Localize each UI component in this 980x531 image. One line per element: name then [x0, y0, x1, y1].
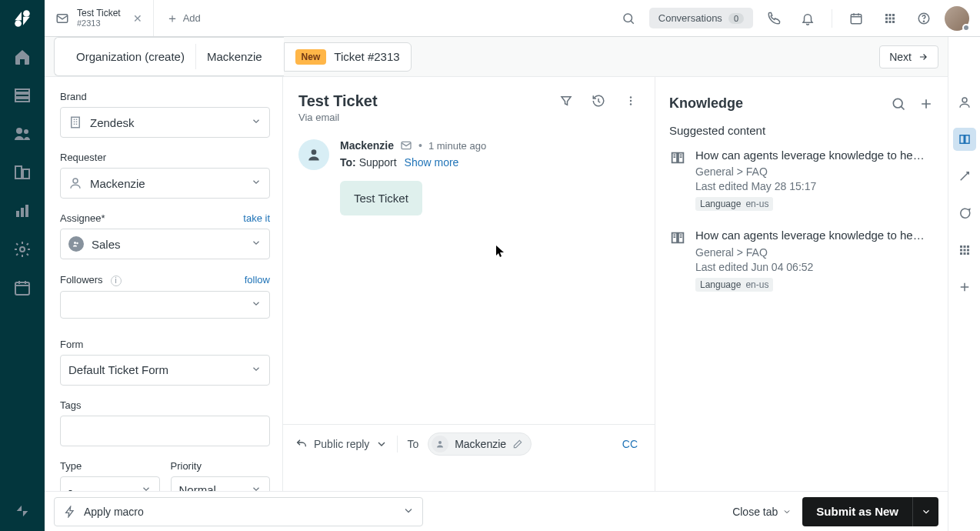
reply-type-select[interactable]: Public reply	[295, 438, 388, 450]
close-tab-button[interactable]: Close tab	[732, 506, 792, 518]
user-icon	[68, 176, 82, 190]
message-to-value: Support	[359, 156, 397, 169]
chevron-down-icon	[251, 177, 262, 190]
svg-point-0	[15, 20, 22, 27]
knowledge-article[interactable]: How can agents leverage knowledge to hel…	[669, 148, 934, 211]
chevron-down-icon	[251, 238, 262, 251]
take-it-link[interactable]: take it	[243, 212, 270, 224]
follow-link[interactable]: follow	[245, 274, 270, 286]
knowledge-article[interactable]: How can agents leverage knowledge to hel…	[669, 228, 934, 291]
phone-icon[interactable]	[761, 5, 787, 32]
language-value: en-us	[745, 279, 768, 290]
assignee-select[interactable]: Sales	[60, 229, 270, 259]
article-icon	[669, 149, 686, 166]
context-user-icon[interactable]	[953, 91, 976, 114]
help-icon[interactable]	[911, 5, 937, 32]
svg-rect-9	[16, 211, 19, 217]
svg-point-47	[438, 441, 442, 444]
svg-point-41	[76, 242, 78, 245]
followers-select[interactable]	[60, 291, 270, 319]
ticket-fields-sidebar: Brand Zendesk Requester Mackenzie Assign…	[45, 77, 283, 531]
message-author[interactable]: Mackenzie	[340, 139, 394, 152]
assignee-value: Sales	[92, 238, 262, 251]
knowledge-panel: Knowledge Suggested content How can agen…	[655, 77, 948, 531]
nav-reporting-icon[interactable]	[13, 202, 32, 220]
info-icon[interactable]: i	[111, 276, 122, 286]
article-edited: Last edited Jun 04 06:52	[695, 261, 926, 273]
context-add-icon[interactable]	[953, 276, 976, 299]
svg-rect-21	[889, 17, 892, 19]
left-nav-rail	[0, 0, 45, 531]
message-time: 1 minute ago	[428, 140, 486, 152]
submit-caret-button[interactable]	[912, 497, 938, 526]
user-icon	[432, 436, 448, 453]
workspace-tab[interactable]: Test Ticket #2313 ✕	[45, 0, 154, 36]
profile-avatar[interactable]	[945, 6, 969, 31]
breadcrumb-requester[interactable]: Mackenzie	[196, 44, 273, 69]
requester-value: Mackenzie	[90, 177, 262, 190]
search-button[interactable]	[615, 5, 642, 32]
nav-organizations-icon[interactable]	[13, 163, 32, 182]
message-body: Test Ticket	[340, 181, 422, 215]
svg-rect-35	[960, 252, 962, 255]
show-more-link[interactable]: Show more	[405, 156, 459, 169]
separator-dot: •	[418, 139, 422, 152]
nav-views-icon[interactable]	[13, 86, 32, 105]
svg-point-42	[630, 96, 632, 98]
nav-zendesk-products-icon[interactable]	[14, 503, 31, 531]
knowledge-search-icon[interactable]	[891, 96, 906, 112]
next-button[interactable]: Next	[879, 45, 938, 68]
knowledge-subtitle: Suggested content	[669, 124, 934, 137]
requester-avatar[interactable]	[298, 139, 329, 170]
tags-input[interactable]	[60, 416, 270, 446]
breadcrumb-organization[interactable]: Organization (create)	[65, 44, 195, 69]
cc-button[interactable]: CC	[622, 438, 642, 450]
svg-rect-10	[21, 208, 24, 217]
requester-select[interactable]: Mackenzie	[60, 168, 270, 199]
apply-macro-select[interactable]: Apply macro	[54, 497, 423, 526]
svg-rect-7	[15, 166, 22, 179]
nav-admin-icon[interactable]	[13, 240, 32, 259]
breadcrumb-ticket[interactable]: New Ticket #2313	[284, 42, 412, 72]
svg-rect-20	[885, 17, 888, 19]
recipient-name: Mackenzie	[455, 438, 506, 450]
history-icon[interactable]	[590, 92, 607, 109]
context-apps-icon[interactable]	[953, 239, 976, 262]
tags-label: Tags	[60, 399, 81, 411]
overflow-icon[interactable]	[622, 92, 639, 109]
add-tab-button[interactable]: ＋ Add	[154, 0, 213, 36]
nav-calendar-icon[interactable]	[13, 279, 32, 297]
recipient-chip[interactable]: Mackenzie	[428, 432, 532, 456]
conversations-button[interactable]: Conversations 0	[649, 8, 753, 28]
chevron-down-icon	[251, 298, 262, 311]
nav-customers-icon[interactable]	[13, 125, 32, 143]
context-knowledge-icon[interactable]	[953, 128, 976, 151]
form-value: Default Ticket Form	[68, 363, 262, 376]
svg-point-43	[630, 100, 632, 102]
next-label: Next	[889, 51, 912, 63]
knowledge-add-icon[interactable]	[918, 96, 934, 112]
brand-select[interactable]: Zendesk	[60, 107, 270, 138]
calendar-icon[interactable]	[843, 5, 869, 32]
zendesk-logo[interactable]	[0, 0, 45, 37]
tab-close-icon[interactable]: ✕	[133, 12, 142, 25]
close-tab-label: Close tab	[732, 506, 778, 518]
content: Brand Zendesk Requester Mackenzie Assign…	[45, 77, 948, 531]
context-chat-icon[interactable]	[953, 202, 976, 225]
svg-rect-30	[963, 245, 965, 248]
filter-icon[interactable]	[558, 92, 575, 109]
svg-point-28	[962, 98, 967, 102]
apps-icon[interactable]	[877, 5, 903, 32]
brand-value: Zendesk	[90, 116, 262, 129]
notifications-icon[interactable]	[795, 5, 821, 32]
svg-rect-38	[72, 117, 80, 128]
presence-dot-icon	[962, 24, 970, 32]
edit-icon[interactable]	[512, 439, 523, 449]
submit-button[interactable]: Submit as New	[802, 497, 912, 526]
context-magic-icon[interactable]	[953, 165, 976, 188]
form-select[interactable]: Default Ticket Form	[60, 355, 270, 386]
svg-rect-17	[885, 14, 888, 16]
svg-rect-18	[889, 14, 892, 16]
nav-home-icon[interactable]	[13, 48, 32, 66]
svg-rect-33	[963, 249, 965, 252]
